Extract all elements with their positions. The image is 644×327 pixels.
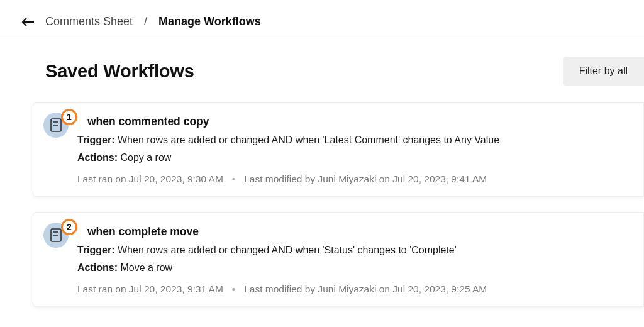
trigger-value: When rows are added or changed AND when … (118, 135, 499, 145)
workflow-list: 1 when commented copy Trigger: When rows… (0, 102, 644, 307)
workflow-name: when commented copy (87, 115, 499, 128)
breadcrumb: Comments Sheet / Manage Workflows (45, 15, 261, 28)
actions-value: Move a row (120, 262, 172, 273)
workflow-name: when complete move (87, 225, 487, 238)
trigger-label: Trigger: (77, 135, 115, 145)
workflow-trigger: Trigger: When rows are added or changed … (77, 245, 487, 256)
back-arrow-icon[interactable] (20, 16, 36, 28)
trigger-label: Trigger: (77, 245, 115, 255)
workflow-body: when commented copy Trigger: When rows a… (77, 114, 499, 185)
workflow-card[interactable]: 1 when commented copy Trigger: When rows… (33, 102, 644, 197)
last-ran: Last ran on Jul 20, 2023, 9:31 AM (77, 284, 223, 295)
topbar: Comments Sheet / Manage Workflows (0, 0, 644, 40)
workflow-meta: Last ran on Jul 20, 2023, 9:31 AM • Last… (77, 284, 487, 295)
breadcrumb-parent[interactable]: Comments Sheet (45, 15, 133, 28)
workflow-trigger: Trigger: When rows are added or changed … (77, 135, 499, 146)
trigger-value: When rows are added or changed AND when … (118, 245, 457, 255)
actions-value: Copy a row (120, 152, 171, 163)
workflow-meta: Last ran on Jul 20, 2023, 9:30 AM • Last… (77, 174, 499, 185)
page-title: Saved Workflows (45, 61, 194, 82)
breadcrumb-current: Manage Workflows (158, 15, 261, 28)
actions-label: Actions: (77, 152, 118, 163)
filter-button[interactable]: Filter by all (563, 57, 644, 86)
workflow-card[interactable]: 2 when complete move Trigger: When rows … (33, 212, 644, 307)
workflow-actions: Actions: Move a row (77, 262, 487, 274)
meta-separator: • (232, 174, 235, 185)
last-ran: Last ran on Jul 20, 2023, 9:30 AM (77, 174, 223, 185)
workflow-body: when complete move Trigger: When rows ar… (77, 224, 487, 295)
workflow-actions: Actions: Copy a row (77, 152, 499, 164)
annotation-badge: 1 (61, 109, 77, 125)
annotation-badge: 2 (61, 219, 77, 235)
actions-label: Actions: (77, 262, 118, 273)
last-modified: Last modified by Juni Miyazaki on Jul 20… (244, 284, 487, 295)
last-modified: Last modified by Juni Miyazaki on Jul 20… (244, 174, 487, 185)
breadcrumb-separator: / (144, 15, 147, 28)
meta-separator: • (232, 284, 235, 295)
header-row: Saved Workflows Filter by all (0, 40, 644, 102)
